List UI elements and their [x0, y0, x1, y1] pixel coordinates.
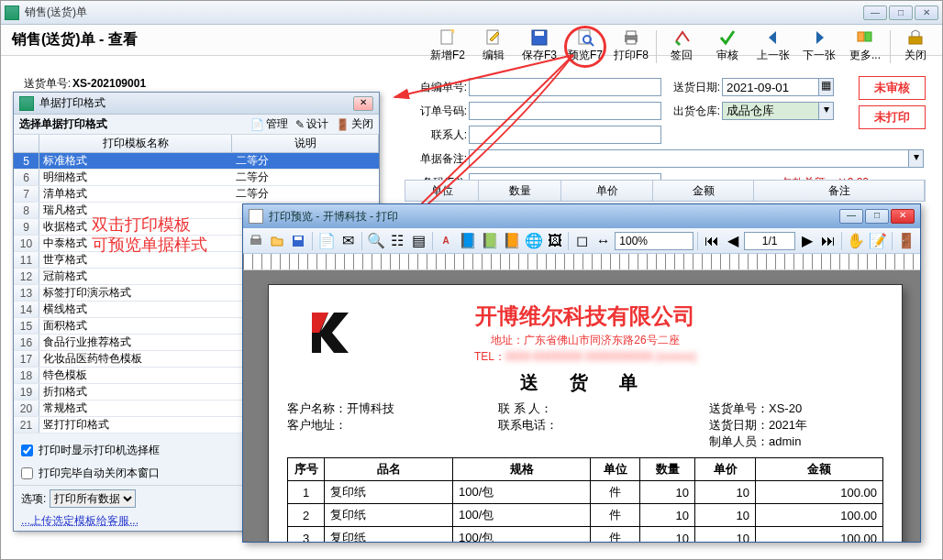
close-button[interactable]: ✕ — [915, 5, 938, 20]
status-unaudit: 未审核 — [859, 76, 926, 100]
doc-meta: 客户名称：开博科技 客户地址： 联 系 人： 联系电话： 送货单号：XS-20 … — [287, 401, 883, 450]
order-no-label: 订单号码: — [414, 104, 467, 119]
svg-rect-3 — [535, 31, 544, 36]
pv-tree-icon[interactable]: ☷ — [388, 231, 407, 251]
pv-open-icon[interactable] — [268, 231, 287, 251]
status-tags: 未审核 未打印 — [859, 76, 926, 129]
svg-rect-14 — [252, 236, 260, 239]
pv-hand-icon[interactable]: ✋ — [846, 231, 866, 251]
self-no-input[interactable] — [469, 78, 661, 96]
pv-img-icon[interactable]: 🖼 — [546, 231, 565, 251]
pv-pdf-icon[interactable]: A — [437, 231, 456, 251]
pv-xls-icon[interactable]: 📗 — [480, 231, 500, 251]
pv-next-icon[interactable]: ▶ — [797, 231, 816, 251]
warehouse-dropdown-icon[interactable]: ▾ — [819, 102, 834, 120]
preview-toolbar: 📄 ✉ 🔍 ☷ ▤ A 📘 📗 📙 🌐 🖼 ◻ ↔ ⏮ ◀ ▶ ⏭ ✋ 📝 🚪 — [243, 228, 920, 254]
template-manage-button[interactable]: 📄管理 — [250, 116, 288, 132]
doc-title: 送 货 单 — [287, 370, 883, 395]
template-close-button[interactable]: 🚪关闭 — [336, 116, 373, 132]
template-design-button[interactable]: ✎设计 — [295, 116, 328, 132]
main-grid-header: 单位 数量 单价 金额 备注 — [405, 180, 926, 202]
svg-rect-12 — [909, 37, 922, 44]
order-no-input[interactable] — [469, 102, 661, 120]
pv-html-icon[interactable]: 🌐 — [524, 231, 544, 251]
filter-label: 选项: — [21, 491, 46, 507]
opt-show-printer-checkbox[interactable] — [21, 445, 33, 456]
edit-button[interactable]: 编辑 — [472, 28, 515, 65]
svg-rect-8 — [627, 31, 636, 36]
close-button-tb[interactable]: 关闭 — [894, 28, 937, 65]
template-close-x[interactable]: ✕ — [353, 96, 373, 111]
preview-canvas[interactable]: 开博维尔科技有限公司 地址：广东省佛山市同济东路26号二座 TEL：0000-0… — [243, 270, 920, 542]
more-button[interactable]: 更多... — [844, 28, 886, 65]
pv-rtf-icon[interactable]: 📘 — [458, 231, 478, 251]
pv-prev-icon[interactable]: ◀ — [723, 231, 742, 251]
save-button[interactable]: 保存F3 — [518, 28, 560, 65]
deliver-date-input[interactable] — [722, 78, 819, 96]
svg-rect-9 — [627, 39, 636, 44]
remark-dropdown-icon[interactable]: ▾ — [909, 149, 924, 168]
calendar-icon[interactable]: ▦ — [819, 78, 834, 96]
preview-button[interactable]: 预览F7 — [564, 26, 606, 68]
dialog-icon — [19, 96, 34, 111]
pv-fitwidth-icon[interactable]: ↔ — [594, 231, 613, 251]
pv-fitpage-icon[interactable]: ◻ — [572, 231, 592, 251]
remark-input[interactable] — [469, 149, 909, 168]
preview-page: 开博维尔科技有限公司 地址：广东省佛山市同济东路26号二座 TEL：0000-0… — [269, 285, 902, 542]
template-row[interactable]: 7清单格式二等分 — [14, 186, 379, 203]
pv-thumb-icon[interactable]: ▤ — [409, 231, 428, 251]
minimize-button[interactable]: — — [863, 5, 887, 20]
filter-select[interactable]: 打印所有数据 — [50, 489, 136, 508]
company-address: 地址：广东省佛山市同济东路26号二座 — [287, 333, 883, 348]
preview-icon — [249, 209, 263, 224]
col-unit: 单位 — [405, 181, 479, 201]
doc-table: 序号品名规格单位数量单价金额 1复印纸100/包件1010100.002复印纸1… — [287, 457, 883, 542]
deliver-no-label: 送货单号: — [17, 76, 71, 92]
form-right2: 送货日期:▦ 出货仓库:▾ — [667, 76, 834, 124]
pv-zoom-input[interactable] — [615, 232, 693, 250]
maximize-button[interactable]: □ — [889, 5, 913, 20]
main-titlebar: 销售(送货)单 — □ ✕ — [1, 1, 942, 25]
company-name: 开博维尔科技有限公司 — [287, 302, 883, 331]
pv-first-icon[interactable]: ⏮ — [702, 231, 721, 251]
col-amount: 金额 — [653, 181, 754, 201]
pv-exit-icon[interactable]: 🚪 — [896, 231, 916, 251]
preview-close-button[interactable]: ✕ — [891, 209, 915, 224]
preview-titlebar: 打印预览 - 开博科技 - 打印 — □ ✕ — [243, 204, 920, 228]
pv-export-icon[interactable]: 📄 — [316, 231, 337, 251]
pv-csv-icon[interactable]: 📙 — [502, 231, 522, 251]
opt-autoclose-checkbox[interactable] — [21, 467, 33, 479]
logo-icon — [305, 311, 353, 355]
audit-button[interactable]: 审核 — [706, 28, 749, 65]
pv-note-icon[interactable]: 📝 — [868, 231, 888, 251]
pv-find-icon[interactable]: 🔍 — [366, 231, 386, 251]
next-button[interactable]: 下一张 — [798, 28, 840, 65]
prev-button[interactable]: 上一张 — [752, 28, 794, 65]
preview-min-button[interactable]: — — [839, 209, 863, 224]
print-button[interactable]: 打印F8 — [610, 28, 652, 65]
pv-mail-icon[interactable]: ✉ — [338, 231, 358, 251]
return-button[interactable]: 签回 — [660, 28, 703, 65]
col-qty: 数量 — [479, 181, 561, 201]
preview-window: 打印预览 - 开博科技 - 打印 — □ ✕ 📄 ✉ 🔍 ☷ ▤ A 📘 📗 📙… — [242, 203, 921, 543]
template-row[interactable]: 5标准格式二等分 — [14, 153, 379, 170]
tpl-col-desc: 说明 — [232, 135, 379, 152]
deliver-date-label: 送货日期: — [667, 80, 720, 95]
new-button[interactable]: 新增F2 — [427, 28, 469, 65]
deliver-no-value: XS-202109001 — [72, 77, 146, 90]
pv-last-icon[interactable]: ⏭ — [818, 231, 838, 251]
svg-rect-11 — [865, 32, 871, 41]
pv-page-input[interactable] — [744, 232, 795, 250]
template-subtitle: 选择单据打印格式 — [19, 116, 243, 132]
svg-rect-10 — [858, 32, 864, 41]
contact-input[interactable] — [469, 126, 661, 144]
company-tel: TEL：0000-00000000 00000000000 (xxxxxx) — [287, 349, 883, 365]
col-price: 单价 — [561, 181, 653, 201]
template-title: 单据打印格式 — [39, 95, 105, 111]
template-row[interactable]: 6明细格式二等分 — [14, 170, 379, 186]
pv-save-icon[interactable] — [289, 231, 308, 251]
pv-print-icon[interactable] — [247, 231, 266, 251]
warehouse-input[interactable] — [722, 102, 819, 120]
template-titlebar: 单据打印格式 ✕ — [14, 93, 379, 115]
preview-max-button[interactable]: □ — [865, 209, 889, 224]
